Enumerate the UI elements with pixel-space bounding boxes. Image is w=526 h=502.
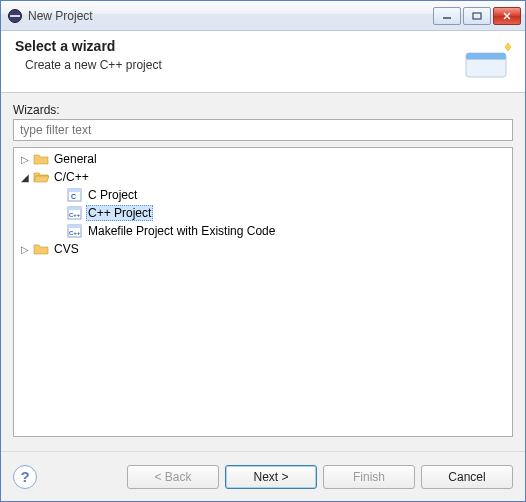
window-controls	[433, 7, 521, 25]
finish-button[interactable]: Finish	[323, 465, 415, 489]
wizard-header: Select a wizard Create a new C++ project	[1, 31, 525, 93]
page-title: Select a wizard	[15, 38, 459, 54]
tree-item-label: CVS	[52, 242, 81, 256]
folder-icon	[33, 151, 49, 167]
help-button[interactable]: ?	[13, 465, 37, 489]
tree-item-label: Makefile Project with Existing Code	[86, 224, 277, 238]
file-c-icon: C	[67, 187, 83, 203]
svg-text:C++: C++	[69, 230, 81, 236]
tree-item-label: C/C++	[52, 170, 91, 184]
titlebar: New Project	[1, 1, 525, 31]
wizard-body: Wizards: ▷ General ◢ C/C++ C C Project C…	[1, 93, 525, 451]
file-makefile-icon: C++	[67, 223, 83, 239]
svg-rect-8	[466, 59, 506, 60]
folder-open-icon	[33, 169, 49, 185]
close-button[interactable]	[493, 7, 521, 25]
svg-text:C++: C++	[69, 212, 81, 218]
svg-rect-3	[473, 13, 481, 19]
chevron-down-icon[interactable]: ◢	[18, 170, 32, 184]
tree-item-label: General	[52, 152, 99, 166]
tree-item-label: C++ Project	[86, 205, 153, 221]
folder-icon	[33, 241, 49, 257]
tree-item-makefile-project[interactable]: C++ Makefile Project with Existing Code	[14, 222, 512, 240]
wizard-footer: ? < Back Next > Finish Cancel	[1, 451, 525, 501]
minimize-button[interactable]	[433, 7, 461, 25]
app-icon	[7, 8, 23, 24]
tree-item-c-project[interactable]: C C Project	[14, 186, 512, 204]
svg-rect-7	[466, 53, 506, 60]
tree-item-c-cpp[interactable]: ◢ C/C++	[14, 168, 512, 186]
chevron-right-icon[interactable]: ▷	[18, 152, 32, 166]
back-button[interactable]: < Back	[127, 465, 219, 489]
svg-rect-16	[68, 225, 81, 228]
svg-rect-10	[68, 189, 81, 192]
maximize-button[interactable]	[463, 7, 491, 25]
cancel-button[interactable]: Cancel	[421, 465, 513, 489]
svg-rect-13	[68, 207, 81, 210]
chevron-right-icon[interactable]: ▷	[18, 242, 32, 256]
svg-rect-1	[10, 15, 20, 17]
tree-item-cpp-project[interactable]: C++ C++ Project	[14, 204, 512, 222]
wizards-label: Wizards:	[13, 103, 513, 117]
svg-text:C: C	[71, 193, 76, 200]
tree-item-general[interactable]: ▷ General	[14, 150, 512, 168]
wizard-banner-icon	[459, 38, 515, 86]
filter-input[interactable]	[13, 119, 513, 141]
next-button[interactable]: Next >	[225, 465, 317, 489]
wizard-tree[interactable]: ▷ General ◢ C/C++ C C Project C++ C++ Pr…	[13, 147, 513, 437]
window-title: New Project	[28, 9, 433, 23]
tree-item-cvs[interactable]: ▷ CVS	[14, 240, 512, 258]
file-cpp-icon: C++	[67, 205, 83, 221]
tree-item-label: C Project	[86, 188, 139, 202]
page-subtitle: Create a new C++ project	[25, 58, 459, 72]
